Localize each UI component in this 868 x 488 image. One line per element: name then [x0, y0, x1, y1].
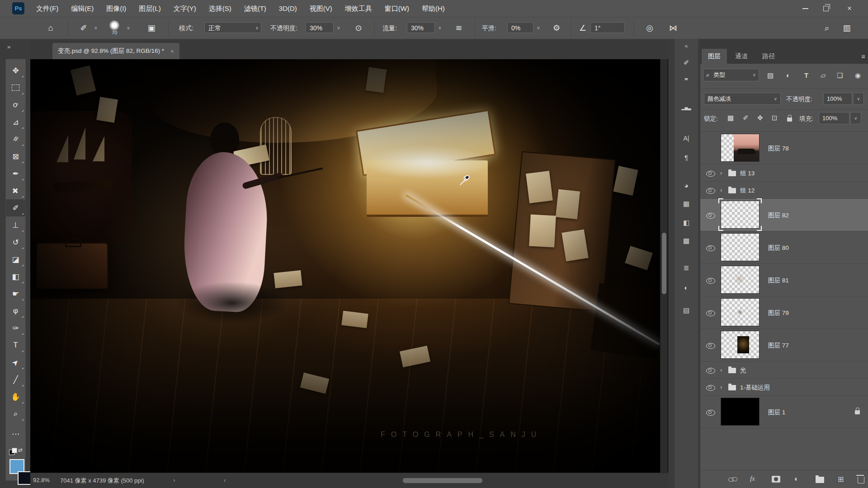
dodge-tool[interactable]: φ [6, 302, 25, 319]
healing-brush-tool[interactable]: ✚ [6, 182, 25, 199]
frame-tool[interactable]: ⊠ [6, 148, 25, 165]
panel-menu-icon[interactable]: ≡ [861, 52, 865, 60]
menu-layer[interactable]: 图层(L) [132, 0, 167, 17]
menu-3d[interactable]: 3D(D) [273, 0, 303, 17]
chevron-down-icon[interactable]: ∨ [534, 17, 542, 39]
lock-artboard-icon[interactable]: ⊡ [772, 114, 778, 122]
brush-preset-icon[interactable]: ✐ [76, 17, 91, 39]
gradient-tool[interactable]: ◧ [6, 268, 25, 285]
lock-all-icon[interactable] [787, 117, 792, 122]
layer-name[interactable]: 图层 80 [768, 244, 789, 252]
filter-smart-objects-icon[interactable]: ❏ [837, 71, 843, 80]
blend-mode-select[interactable]: 正常 ∨ [204, 22, 261, 33]
opacity-chevron[interactable]: ∨ [853, 93, 864, 105]
layer-name[interactable]: 图层 81 [768, 277, 789, 285]
tab-layers[interactable]: 图层 [702, 49, 727, 64]
vertical-scrollbar-thumb[interactable] [662, 233, 666, 294]
layer-row[interactable]: 图层 81 [700, 264, 868, 296]
layer-thumbnail[interactable] [721, 299, 759, 326]
disclosure-icon[interactable]: › [720, 187, 722, 193]
object-selection-tool[interactable]: ⊿ [6, 113, 25, 131]
brush-tool[interactable]: ✐ [6, 199, 25, 216]
pressure-opacity-icon[interactable]: ⊙ [351, 17, 366, 39]
flow-input[interactable]: 30% [407, 22, 435, 33]
visibility-toggle[interactable] [704, 310, 717, 318]
filter-pixel-layers-icon[interactable]: ▨ [767, 71, 774, 80]
eyedropper-tool[interactable]: ✒ [6, 165, 25, 182]
visibility-toggle[interactable] [704, 343, 717, 351]
symmetry-icon[interactable]: ⋈ [665, 17, 681, 39]
document-tab[interactable]: 变亮.psd @ 92.8% (图层 82, RGB/16) * × [52, 43, 179, 59]
search-icon[interactable]: ⌕ [819, 17, 835, 39]
properties-panel-icon[interactable]: ≣ [675, 264, 698, 272]
line-tool[interactable]: ╱ [6, 371, 25, 388]
visibility-toggle[interactable] [704, 245, 717, 253]
visibility-toggle[interactable] [704, 188, 717, 196]
group-row[interactable]: › 组 13 [700, 164, 868, 182]
lasso-tool[interactable]: σ [6, 96, 25, 113]
new-group-icon[interactable] [816, 477, 824, 483]
workspace-switcher-icon[interactable]: ▥ [839, 17, 854, 39]
visibility-toggle[interactable] [704, 212, 717, 221]
move-tool[interactable]: ✥ [6, 62, 25, 79]
layer-thumbnail[interactable] [721, 134, 759, 161]
disclosure-icon[interactable]: › [720, 366, 722, 373]
layer-name[interactable]: 图层 79 [768, 309, 789, 317]
layer-effects-icon[interactable]: fx [750, 475, 755, 483]
menu-type[interactable]: 文字(Y) [167, 0, 203, 17]
glyphs-panel-icon[interactable]: ▦ [675, 200, 698, 208]
menu-window[interactable]: 窗口(W) [378, 0, 415, 17]
filter-adjustment-layers-icon[interactable]: ◐ [786, 71, 790, 79]
fill-chevron[interactable]: ∨ [850, 112, 861, 124]
layer-thumbnail[interactable] [721, 234, 759, 261]
menu-file[interactable]: 文件(F) [30, 0, 65, 17]
lock-position-icon[interactable]: ✥ [757, 114, 763, 122]
eraser-tool[interactable]: ◪ [6, 251, 25, 268]
comments-panel-icon[interactable]: ❞ [675, 77, 698, 85]
add-layer-mask-icon[interactable] [772, 476, 780, 483]
menu-edit[interactable]: 编辑(E) [65, 0, 100, 17]
history-brush-tool[interactable]: ↺ [6, 234, 25, 251]
opacity-input[interactable]: 30% [306, 22, 334, 33]
menu-filter[interactable]: 滤镜(T) [238, 0, 273, 17]
group-row[interactable]: › 光 [700, 361, 868, 379]
status-chevron-icon[interactable]: › [173, 477, 175, 483]
disclosure-icon[interactable]: › [720, 384, 722, 390]
lock-transparency-icon[interactable]: ▩ [727, 114, 734, 122]
layer-row[interactable]: 图层 80 [700, 231, 868, 264]
pressure-size-icon[interactable]: ◎ [642, 17, 657, 39]
filter-shape-layers-icon[interactable]: ▱ [821, 71, 826, 80]
libraries-panel-icon[interactable]: ▤ [675, 306, 698, 314]
vertical-scrollbar[interactable] [660, 59, 668, 473]
layer-thumbnail[interactable] [721, 398, 759, 425]
brush-tip-preview[interactable] [109, 20, 119, 30]
layer-thumbnail[interactable] [721, 201, 759, 228]
menu-image[interactable]: 图像(I) [100, 0, 132, 17]
minimize-button[interactable] [795, 0, 816, 17]
layer-name[interactable]: 图层 1 [768, 408, 785, 417]
pen-tool[interactable]: ✑ [6, 319, 25, 337]
smoothing-input[interactable]: 0% [507, 22, 533, 33]
paragraph-panel-icon[interactable]: ¶ [675, 154, 698, 161]
gear-icon[interactable]: ⚙ [549, 17, 564, 39]
expand-panels-icon[interactable]: « [675, 42, 698, 49]
menu-plugins[interactable]: 增效工具 [339, 0, 378, 17]
patterns-panel-icon[interactable]: ▩ [675, 237, 698, 245]
visibility-toggle[interactable] [704, 409, 717, 418]
background-color-swatch[interactable] [18, 471, 31, 485]
path-selection-tool[interactable]: ➤ [6, 354, 25, 371]
layer-name[interactable]: 图层 77 [768, 342, 789, 350]
layer-thumbnail[interactable] [721, 331, 759, 358]
group-row[interactable]: › 组 12 [700, 182, 868, 199]
layer-row[interactable]: 图层 1 [700, 396, 868, 428]
visibility-toggle[interactable] [704, 367, 717, 375]
layer-filter-toggle-icon[interactable]: ◉ [855, 71, 861, 80]
layer-row[interactable]: 图层 78 [700, 132, 868, 164]
chevron-down-icon[interactable]: ∨ [92, 17, 99, 39]
menu-view[interactable]: 视图(V) [303, 0, 339, 17]
layer-fill-input[interactable]: 100% [819, 112, 849, 124]
color-panel-icon[interactable]: ◕ [675, 182, 698, 189]
disclosure-icon[interactable]: › [720, 169, 722, 176]
canvas-area[interactable]: FOTOGRAPH_SANJU [30, 59, 668, 473]
crop-tool[interactable]: # [6, 131, 25, 148]
